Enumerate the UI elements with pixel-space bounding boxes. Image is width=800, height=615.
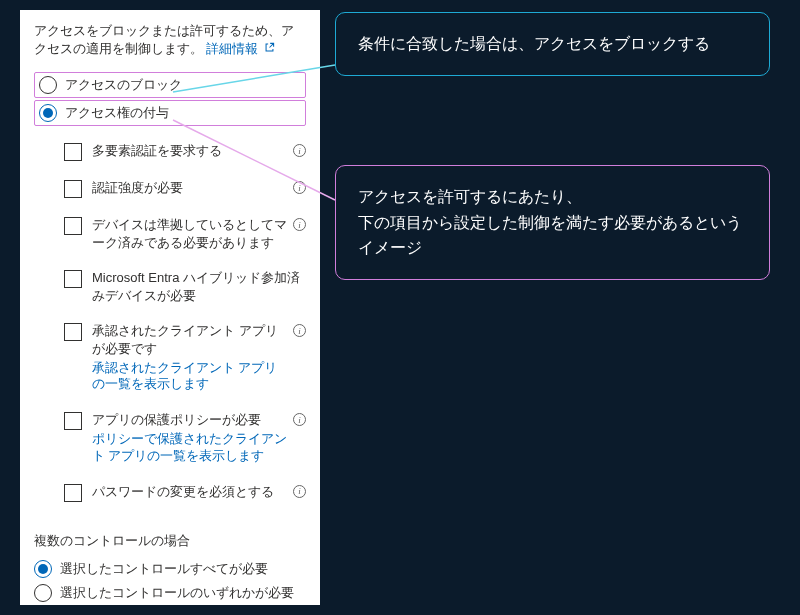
checkbox-icon [64,484,82,502]
check-device-compliant[interactable]: デバイスは準拠しているとしてマーク済みである必要があります i [64,216,306,251]
radio-icon [34,560,52,578]
info-icon[interactable]: i [293,485,306,498]
checkbox-icon [64,217,82,235]
checkbox-icon [64,270,82,288]
check-app-protection[interactable]: アプリの保護ポリシーが必要 ポリシーで保護されたクライアント アプリの一覧を表示… [64,411,306,464]
checkbox-icon [64,412,82,430]
protection-policy-link[interactable]: ポリシーで保護されたクライアント アプリの一覧を表示します [92,431,287,465]
info-icon[interactable]: i [293,413,306,426]
checkbox-icon [64,143,82,161]
learn-more-link[interactable]: 詳細情報 [206,42,274,56]
check-label: アプリの保護ポリシーが必要 [92,412,261,427]
check-label: 認証強度が必要 [92,180,183,195]
radio-one-label: 選択したコントロールのいずれかが必要 [60,584,294,602]
callout-grant-explain: アクセスを許可するにあたり、 下の項目から設定した制御を満たす必要があるというイ… [335,165,770,280]
external-link-icon [264,42,275,53]
callout-block-text: 条件に合致した場合は、アクセスをブロックする [358,31,747,57]
multi-heading: 複数のコントロールの場合 [34,532,306,550]
radio-icon [39,76,57,94]
info-icon[interactable]: i [293,181,306,194]
top-radio-group: アクセスのブロック アクセス権の付与 [34,72,306,126]
check-hybrid-joined[interactable]: Microsoft Entra ハイブリッド参加済みデバイスが必要 [64,269,306,304]
checkbox-icon [64,323,82,341]
check-label: Microsoft Entra ハイブリッド参加済みデバイスが必要 [92,270,300,303]
approved-clients-link[interactable]: 承認されたクライアント アプリの一覧を表示します [92,360,287,394]
info-icon[interactable]: i [293,218,306,231]
check-password-change[interactable]: パスワードの変更を必須とする i [64,483,306,502]
check-label: パスワードの変更を必須とする [92,484,274,499]
info-icon[interactable]: i [293,324,306,337]
callout-block-explain: 条件に合致した場合は、アクセスをブロックする [335,12,770,76]
check-auth-strength[interactable]: 認証強度が必要 i [64,179,306,198]
radio-require-one[interactable]: 選択したコントロールのいずれかが必要 [34,582,306,604]
radio-grant-access[interactable]: アクセス権の付与 [34,100,306,126]
radio-block-access[interactable]: アクセスのブロック [34,72,306,98]
grant-controls-group: 多要素認証を要求する i 認証強度が必要 i デバイスは準拠しているとしてマーク… [34,142,306,501]
check-label: 多要素認証を要求する [92,143,222,158]
access-control-panel: アクセスをブロックまたは許可するため、アクセスの適用を制御します。 詳細情報 ア… [20,10,320,605]
radio-require-all[interactable]: 選択したコントロールすべてが必要 [34,558,306,580]
check-approved-client[interactable]: 承認されたクライアント アプリが必要です 承認されたクライアント アプリの一覧を… [64,322,306,393]
check-label: デバイスは準拠しているとしてマーク済みである必要があります [92,217,287,250]
info-icon[interactable]: i [293,144,306,157]
check-require-mfa[interactable]: 多要素認証を要求する i [64,142,306,161]
check-label: 承認されたクライアント アプリが必要です [92,323,278,356]
learn-more-label: 詳細情報 [206,42,258,56]
radio-icon [34,584,52,602]
radio-all-label: 選択したコントロールすべてが必要 [60,560,268,578]
multi-controls-section: 複数のコントロールの場合 選択したコントロールすべてが必要 選択したコントロール… [34,532,306,604]
radio-block-label: アクセスのブロック [65,76,182,94]
callout-grant-text: アクセスを許可するにあたり、 下の項目から設定した制御を満たす必要があるというイ… [358,184,747,261]
radio-grant-label: アクセス権の付与 [65,104,169,122]
panel-description: アクセスをブロックまたは許可するため、アクセスの適用を制御します。 詳細情報 [34,22,306,58]
radio-icon [39,104,57,122]
checkbox-icon [64,180,82,198]
